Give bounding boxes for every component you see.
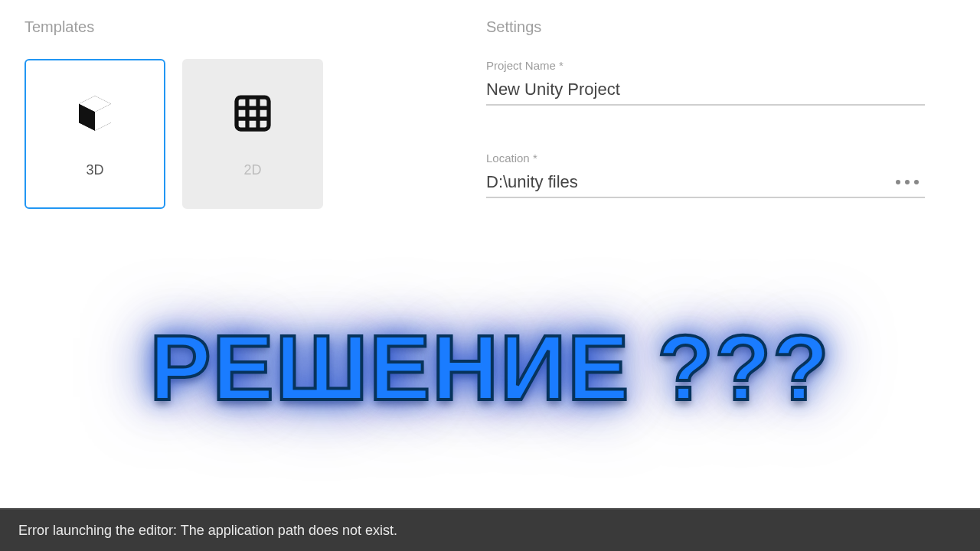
project-name-input[interactable]: [486, 80, 925, 99]
settings-column: Settings Project Name * Location *: [463, 18, 956, 244]
location-field: Location *: [486, 152, 925, 198]
error-bar: Error launching the editor: The applicat…: [0, 508, 980, 551]
location-row: [486, 172, 925, 198]
templates-title: Templates: [24, 18, 463, 36]
template-3d-label: 3D: [86, 162, 103, 178]
project-name-row: [486, 80, 925, 106]
browse-location-button[interactable]: [890, 178, 925, 187]
error-message: Error launching the editor: The applicat…: [18, 523, 397, 539]
svg-point-6: [905, 180, 910, 184]
template-2d-label: 2D: [243, 162, 261, 178]
location-label: Location *: [486, 152, 925, 165]
overlay-title-text: РЕШЕНИЕ ???: [150, 315, 831, 420]
templates-row: 3D 2D: [24, 59, 463, 209]
ellipsis-icon: [894, 178, 920, 187]
svg-point-5: [896, 180, 900, 184]
cube-3d-icon: [72, 90, 118, 136]
location-input[interactable]: [486, 172, 890, 192]
settings-title: Settings: [486, 18, 925, 36]
project-name-field: Project Name *: [486, 59, 925, 106]
main-columns: Templates: [0, 0, 980, 244]
template-card-3d[interactable]: 3D: [24, 59, 165, 209]
svg-point-7: [914, 180, 919, 184]
svg-rect-0: [237, 97, 269, 129]
template-card-2d[interactable]: 2D: [182, 59, 323, 209]
templates-column: Templates: [24, 18, 463, 244]
grid-2d-icon: [230, 90, 276, 136]
project-name-label: Project Name *: [486, 59, 925, 72]
app-root: Templates: [0, 0, 980, 551]
